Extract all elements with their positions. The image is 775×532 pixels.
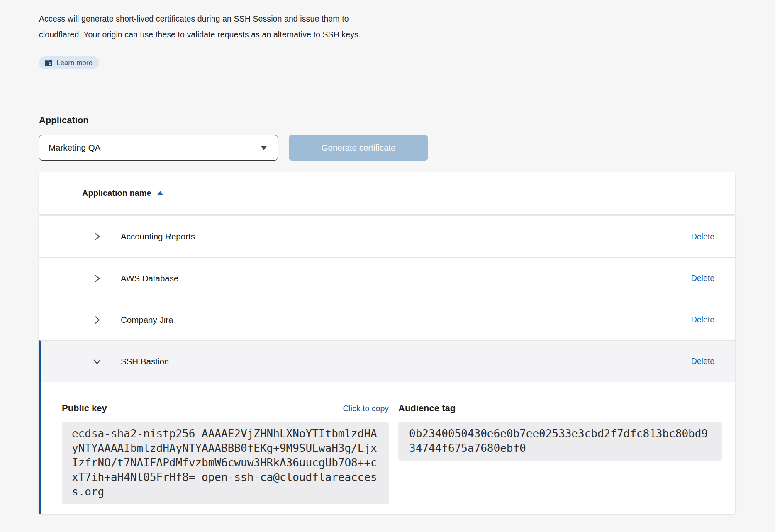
book-icon xyxy=(44,60,52,66)
click-to-copy-link[interactable]: Click to copy xyxy=(343,404,389,413)
table-row-accounting-reports[interactable]: Accounting Reports Delete xyxy=(39,216,735,257)
application-name: AWS Database xyxy=(121,273,178,283)
chevron-right-icon[interactable] xyxy=(92,315,102,325)
delete-button[interactable]: Delete xyxy=(691,356,714,366)
ssh-certificates-page: Access will generate short-lived certifi… xyxy=(0,0,775,514)
intro-text: Access will generate short-lived certifi… xyxy=(39,11,735,42)
learn-more-button[interactable]: Learn more xyxy=(39,56,99,69)
sort-ascending-icon xyxy=(157,191,163,195)
audience-tag-value: 0b2340050430e6e0b7ee02533e3cbd2f7dfc813b… xyxy=(398,422,722,461)
application-name: SSH Bastion xyxy=(121,356,169,366)
expanded-row-region: SSH Bastion Delete Public key Click to c… xyxy=(39,340,735,514)
public-key-value[interactable]: ecdsa-sha2-nistp256 AAAAE2VjZHNhLXNoYTIt… xyxy=(62,422,389,504)
public-key-heading: Public key xyxy=(62,403,107,414)
intro-line-2: cloudflared. Your origin can use these t… xyxy=(39,30,361,39)
table-row-ssh-bastion[interactable]: SSH Bastion Delete xyxy=(41,341,735,382)
table-row-company-jira[interactable]: Company Jira Delete xyxy=(39,299,735,340)
table-header: Application name xyxy=(39,172,735,214)
application-name: Company Jira xyxy=(121,315,173,325)
learn-more-label: Learn more xyxy=(56,59,93,67)
application-select[interactable]: Marketing QA xyxy=(39,135,278,161)
intro-line-1: Access will generate short-lived certifi… xyxy=(39,14,349,23)
application-select-value: Marketing QA xyxy=(49,143,100,153)
certificate-controls: Marketing QA Generate certificate xyxy=(39,135,735,161)
delete-button[interactable]: Delete xyxy=(691,315,714,325)
application-name: Accounting Reports xyxy=(121,232,195,242)
ssh-bastion-details: Public key Click to copy ecdsa-sha2-nist… xyxy=(41,382,735,514)
column-header-label: Application name xyxy=(82,188,151,198)
audience-tag-heading: Audience tag xyxy=(398,403,456,414)
caret-down-icon xyxy=(261,146,267,150)
audience-tag-section: Audience tag 0b2340050430e6e0b7ee02533e3… xyxy=(398,403,722,504)
column-header-application-name[interactable]: Application name xyxy=(39,188,163,198)
chevron-right-icon[interactable] xyxy=(92,273,102,284)
table-row-aws-database[interactable]: AWS Database Delete xyxy=(39,257,735,299)
chevron-right-icon[interactable] xyxy=(92,231,102,242)
application-heading: Application xyxy=(39,115,735,126)
chevron-down-icon[interactable] xyxy=(92,356,102,367)
public-key-section: Public key Click to copy ecdsa-sha2-nist… xyxy=(62,403,389,504)
delete-button[interactable]: Delete xyxy=(691,273,714,283)
delete-button[interactable]: Delete xyxy=(691,232,714,242)
generate-certificate-button[interactable]: Generate certificate xyxy=(289,135,428,161)
applications-table: Accounting Reports Delete AWS Database D… xyxy=(39,216,735,514)
